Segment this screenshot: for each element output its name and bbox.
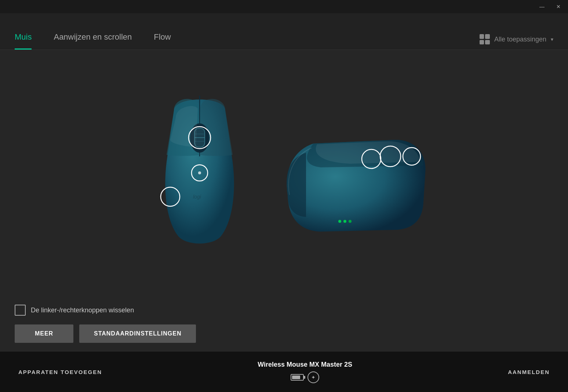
checkbox-row: De linker-/rechterknoppen wisselen — [15, 305, 553, 316]
grid-icon — [480, 34, 490, 44]
nav-tabs: Muis Aanwijzen en scrollen Flow — [15, 13, 171, 50]
mouse-front-view: logi — [137, 88, 262, 257]
tab-flow[interactable]: Flow — [154, 32, 171, 50]
footer: APPARATEN TOEVOEGEN Wireless Mouse MX Ma… — [0, 352, 568, 392]
standaard-button[interactable]: STANDAARDINSTELLINGEN — [79, 324, 196, 343]
button-row: MEER STANDAARDINSTELLINGEN — [15, 324, 553, 343]
connection-icon — [307, 371, 319, 383]
meer-button[interactable]: MEER — [15, 324, 73, 343]
mouse-area: logi — [0, 50, 568, 296]
tab-muis[interactable]: Muis — [15, 32, 32, 50]
swap-buttons-label: De linker-/rechterknoppen wisselen — [31, 306, 134, 314]
device-name: Wireless Mouse MX Master 2S — [258, 361, 352, 369]
main-content: logi — [0, 50, 568, 352]
footer-icons — [291, 371, 319, 383]
chevron-down-icon[interactable]: ▾ — [551, 36, 553, 42]
nav-bar: Muis Aanwijzen en scrollen Flow Alle toe… — [0, 13, 568, 50]
bottom-controls: De linker-/rechterknoppen wisselen MEER … — [0, 296, 568, 352]
footer-center: Wireless Mouse MX Master 2S — [258, 361, 352, 383]
battery-icon — [291, 374, 304, 381]
swap-buttons-checkbox[interactable] — [15, 305, 26, 316]
title-bar: — ✕ — [0, 0, 568, 13]
minimize-button[interactable]: — — [536, 2, 547, 11]
all-apps-label[interactable]: Alle toepassingen — [494, 36, 546, 43]
mouse-side-view — [277, 129, 431, 246]
tab-aanwijzen[interactable]: Aanwijzen en scrollen — [54, 32, 132, 50]
apps-selector[interactable]: Alle toepassingen ▾ — [480, 34, 553, 50]
svg-point-10 — [349, 220, 352, 223]
svg-point-9 — [343, 220, 346, 223]
svg-text:logi: logi — [193, 194, 201, 200]
sign-in-button[interactable]: AANMELDEN — [508, 369, 550, 375]
close-button[interactable]: ✕ — [553, 2, 564, 11]
svg-point-8 — [338, 220, 341, 223]
add-devices-button[interactable]: APPARATEN TOEVOEGEN — [18, 369, 102, 375]
svg-point-7 — [198, 171, 201, 174]
